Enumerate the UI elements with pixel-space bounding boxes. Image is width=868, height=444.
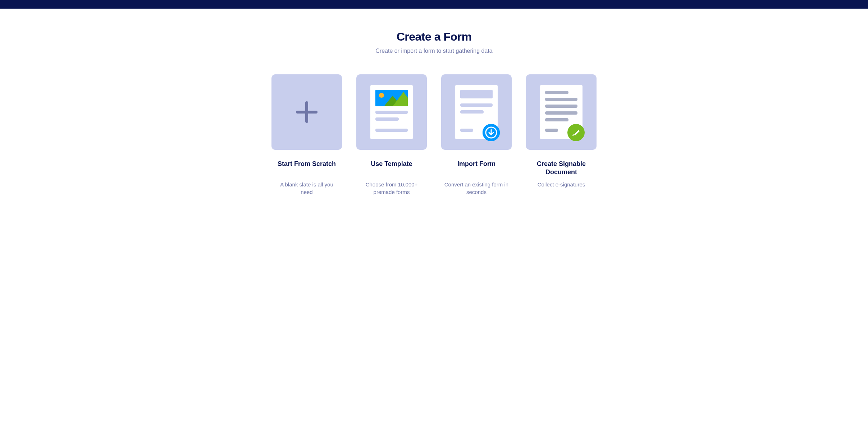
option-title: Use Template: [371, 160, 412, 177]
option-create-signable-document[interactable]: Create Signable Document Collect e-signa…: [526, 74, 597, 196]
option-use-template[interactable]: Use Template Choose from 10,000+ premade…: [356, 74, 427, 196]
pen-signature-icon: [567, 124, 585, 141]
options-row: Start From Scratch A blank slate is all …: [261, 74, 607, 196]
option-desc: Choose from 10,000+ premade forms: [359, 181, 424, 196]
option-title: Import Form: [457, 160, 495, 177]
option-start-from-scratch[interactable]: Start From Scratch A blank slate is all …: [271, 74, 342, 196]
page-title: Create a Form: [261, 30, 607, 43]
option-tile-import: [441, 74, 512, 150]
option-tile-template: [356, 74, 427, 150]
option-desc: A blank slate is all you need: [274, 181, 339, 196]
page-subtitle: Create or import a form to start gatheri…: [261, 48, 607, 54]
option-import-form[interactable]: Import Form Convert an existing form in …: [441, 74, 512, 196]
plus-icon: [296, 101, 317, 123]
template-document-icon: [370, 85, 413, 139]
sign-document-icon: [540, 85, 583, 139]
top-bar: [0, 0, 868, 9]
option-title: Start From Scratch: [278, 160, 336, 177]
option-desc: Convert an existing form in seconds: [444, 181, 509, 196]
option-tile-sign: [526, 74, 597, 150]
import-document-icon: [455, 85, 498, 139]
download-arrow-icon: [483, 124, 500, 141]
create-form-page: Create a Form Create or import a form to…: [254, 9, 614, 210]
option-tile-scratch: [271, 74, 342, 150]
option-desc: Collect e-signatures: [538, 181, 585, 188]
option-title: Create Signable Document: [526, 160, 597, 177]
